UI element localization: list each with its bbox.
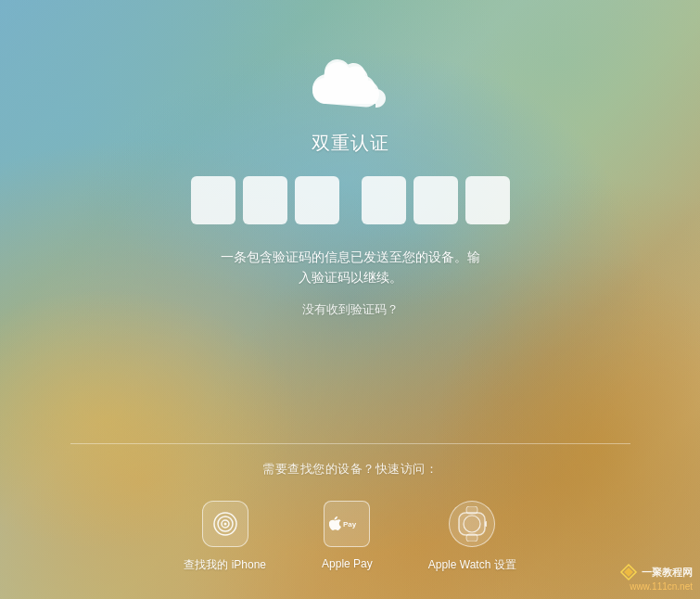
applepay-button[interactable]: Pay Apple Pay bbox=[322, 500, 373, 570]
findmy-icon bbox=[201, 500, 249, 548]
code-box-3[interactable] bbox=[295, 176, 339, 224]
svg-point-3 bbox=[223, 523, 226, 526]
code-box-6[interactable] bbox=[465, 176, 510, 224]
quick-access-section: 需要查找您的设备？快速访问： 查找我的 iPhone bbox=[0, 443, 700, 599]
resend-link[interactable]: 没有收到验证码？ bbox=[302, 301, 399, 318]
findmy-label: 查找我的 iPhone bbox=[184, 557, 266, 573]
code-box-4[interactable] bbox=[362, 176, 406, 224]
code-box-5[interactable] bbox=[414, 176, 458, 224]
page-title: 双重认证 bbox=[312, 131, 389, 156]
svg-rect-8 bbox=[466, 534, 477, 542]
code-box-2[interactable] bbox=[243, 176, 287, 224]
device-buttons: 查找我的 iPhone Pay Apple Pay bbox=[184, 500, 515, 573]
code-box-gap bbox=[343, 176, 358, 224]
code-input-area bbox=[187, 176, 514, 224]
applewatch-icon bbox=[448, 500, 496, 548]
divider bbox=[70, 443, 630, 444]
code-box-1[interactable] bbox=[191, 176, 235, 224]
svg-text:Pay: Pay bbox=[343, 520, 357, 529]
quick-access-label: 需要查找您的设备？快速访问： bbox=[262, 461, 438, 478]
applepay-label: Apple Pay bbox=[322, 557, 373, 570]
applepay-icon: Pay bbox=[323, 500, 371, 548]
svg-rect-9 bbox=[485, 521, 487, 527]
main-container: 双重认证 一条包含验证码的信息已发送至您的设备。输入验证码以继续。 没有收到验证… bbox=[0, 0, 700, 599]
description-text: 一条包含验证码的信息已发送至您的设备。输入验证码以继续。 bbox=[221, 247, 480, 288]
findmy-iphone-button[interactable]: 查找我的 iPhone bbox=[184, 500, 266, 573]
applewatch-button[interactable]: Apple Watch 设置 bbox=[428, 500, 516, 573]
applewatch-label: Apple Watch 设置 bbox=[428, 557, 516, 573]
cloud-icon bbox=[309, 56, 392, 116]
